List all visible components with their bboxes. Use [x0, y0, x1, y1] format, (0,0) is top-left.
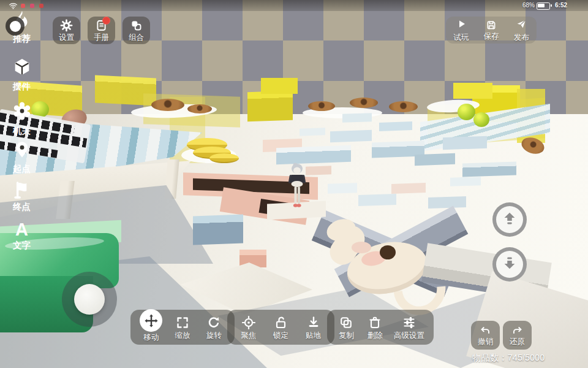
elevate-down-button[interactable]	[492, 247, 527, 282]
advanced-settings-icon	[402, 315, 417, 330]
sidebar-item-mechanisms[interactable]: 机关	[0, 101, 43, 136]
focus-icon	[241, 315, 256, 330]
tool-delete[interactable]: 删除	[361, 315, 390, 340]
sidebar-label: 机关	[13, 126, 31, 136]
save-button[interactable]: 保存	[483, 20, 499, 40]
elevate-up-button[interactable]	[492, 202, 527, 237]
combine-button[interactable]: 组合	[123, 17, 150, 44]
start-point-icon	[12, 140, 32, 162]
tool-focus[interactable]: 聚焦	[234, 315, 263, 340]
tool-lock[interactable]: 锁定	[266, 315, 296, 340]
lock-icon	[274, 315, 288, 330]
tool-advanced-settings[interactable]: 高级设置	[390, 315, 429, 340]
tool-label: 高级设置	[394, 332, 424, 340]
joystick-knob[interactable]	[74, 284, 105, 315]
tool-rotate[interactable]: 旋转	[199, 315, 228, 340]
sidebar-label: 终点	[13, 202, 31, 212]
wifi-icon	[9, 1, 18, 10]
notification-icon	[30, 4, 34, 8]
scene-cookie	[151, 99, 184, 111]
settings-label: 设置	[59, 34, 74, 42]
scene-tile	[450, 177, 481, 186]
tool-copy[interactable]: 复制	[332, 315, 361, 340]
scene-eye-spot	[380, 245, 396, 259]
manual-button[interactable]: 手册	[88, 17, 115, 44]
tool-label: 复制	[339, 332, 354, 340]
move-icon	[140, 309, 162, 332]
status-bar: 68% 6:52	[0, 0, 588, 11]
notification-badge	[102, 17, 110, 25]
arrow-down-icon	[501, 255, 518, 274]
movement-joystick[interactable]	[62, 272, 117, 327]
scene-cookie	[308, 101, 335, 111]
sidebar-label: 起点	[13, 164, 31, 174]
scene-cookie	[389, 101, 418, 112]
player-avatar	[283, 161, 311, 217]
sidebar-item-finish-point[interactable]: 终点	[0, 180, 43, 212]
tool-label: 贴地	[306, 332, 321, 340]
redo-label: 还原	[510, 338, 525, 346]
tool-label: 删除	[368, 332, 383, 340]
scene-pink-spot	[352, 242, 371, 253]
playtest-label: 试玩	[453, 34, 469, 42]
focus-tool-group: 聚焦 锁定 贴地	[227, 310, 334, 345]
tool-label: 聚焦	[241, 332, 256, 340]
combine-icon	[130, 19, 143, 32]
redo-icon	[511, 325, 523, 337]
sidebar-label: 推荐	[13, 34, 31, 44]
scene-cookie	[187, 104, 212, 113]
play-icon	[456, 18, 467, 32]
record-button[interactable]	[6, 17, 24, 36]
sidebar-item-text[interactable]: A 文字	[0, 221, 43, 250]
tool-label: 锁定	[273, 332, 288, 340]
text-icon: A	[15, 221, 28, 239]
playtest-button[interactable]: 试玩	[453, 18, 469, 42]
undo-button[interactable]: 撤销	[471, 321, 500, 350]
combine-label: 组合	[129, 34, 144, 42]
delete-icon	[368, 315, 382, 330]
scene-tile	[358, 194, 396, 206]
level-editor-app: 68% 6:52 设置 手册	[0, 0, 588, 368]
record-dot-icon	[10, 21, 21, 32]
scene-cookie	[350, 98, 378, 108]
sidebar-label: 摆件	[13, 82, 31, 91]
battery-icon	[537, 2, 550, 10]
tool-snap-ground[interactable]: 贴地	[299, 315, 328, 340]
redo-button[interactable]: 还原	[503, 321, 532, 350]
transform-tool-group: 移动 缩放 旋转	[130, 310, 235, 345]
manual-book-icon	[95, 19, 108, 32]
scene-lime	[473, 112, 489, 127]
save-icon	[486, 20, 497, 31]
tool-label: 移动	[143, 334, 159, 342]
tool-scale[interactable]: 缩放	[168, 315, 197, 340]
cube-icon	[12, 56, 32, 80]
sidebar-item-props[interactable]: 摆件	[0, 56, 43, 91]
finish-flag-icon	[12, 180, 32, 200]
undo-label: 撤销	[478, 338, 493, 346]
sidebar-label: 文字	[13, 241, 31, 250]
scene-tile	[415, 153, 455, 166]
notification-icon	[39, 4, 43, 8]
battery-percent: 68%	[522, 0, 535, 11]
publish-label: 发布	[514, 34, 529, 42]
sidebar-item-start-point[interactable]: 起点	[0, 140, 43, 174]
save-label: 保存	[483, 33, 499, 40]
scene-tile	[379, 121, 412, 131]
tool-label: 缩放	[175, 332, 190, 340]
scale-icon	[175, 315, 190, 330]
scene-tile	[328, 183, 357, 194]
snap-ground-icon	[306, 315, 321, 330]
gear-icon	[60, 19, 73, 32]
rotate-icon	[206, 315, 221, 330]
scene-yellow-box	[261, 78, 298, 94]
scene-yellow-box	[247, 91, 293, 122]
play-save-publish-panel: 试玩 保存 发布	[446, 17, 537, 44]
scene-tile	[462, 161, 516, 177]
scene-tile	[428, 196, 466, 209]
edit-tool-group: 复制 删除 高级设置	[327, 310, 434, 345]
settings-button[interactable]: 设置	[53, 17, 80, 44]
publish-button[interactable]: 发布	[514, 18, 529, 42]
scene-tile	[330, 130, 372, 142]
tool-move[interactable]: 移动	[137, 313, 166, 342]
undo-icon	[480, 325, 491, 337]
